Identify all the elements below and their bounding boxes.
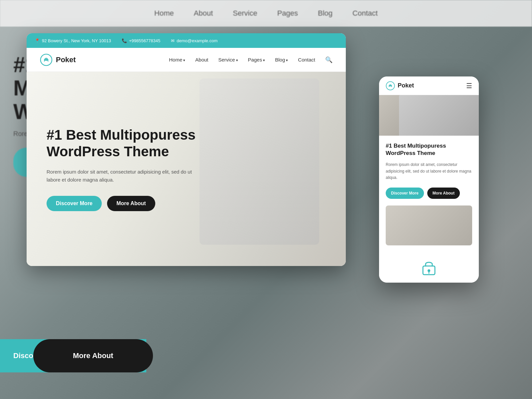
topbar-phone: 📞 +998556778345 bbox=[122, 38, 160, 43]
desktop-header: Poket Home About Service Pages Blog Cont… bbox=[27, 48, 346, 72]
desktop-hero-subtitle: Rorem ipsum dolor sit amet, consectetur … bbox=[47, 168, 200, 184]
mobile-footer bbox=[379, 252, 479, 283]
mobile-mockup: Poket ☰ #1 Best Multipopuress WordPress … bbox=[379, 76, 479, 283]
background-nav: Home About Service Pages Blog Contact bbox=[0, 0, 532, 27]
bg-nav-contact: Contact bbox=[352, 9, 378, 18]
bg-nav-blog: Blog bbox=[318, 9, 332, 18]
mobile-logo: Poket bbox=[386, 81, 414, 90]
nav-service[interactable]: Service bbox=[218, 57, 238, 63]
bg-nav-pages: Pages bbox=[277, 9, 298, 18]
mobile-logo-icon bbox=[386, 81, 395, 90]
desktop-hero-buttons: Discover More More About bbox=[47, 196, 326, 211]
phone-text: +998556778345 bbox=[129, 38, 160, 43]
mobile-plant-image bbox=[386, 205, 472, 245]
svg-point-1 bbox=[45, 59, 47, 61]
desktop-more-button[interactable]: More About bbox=[107, 196, 155, 211]
bg-nav-about: About bbox=[194, 9, 213, 18]
bg-nav-home: Home bbox=[154, 9, 174, 18]
nav-home[interactable]: Home bbox=[169, 57, 185, 63]
desktop-mockup: 📍 92 Bowery St., New York, NY 10013 📞 +9… bbox=[27, 33, 346, 266]
desktop-logo-text: Poket bbox=[56, 56, 76, 64]
location-icon: 📍 bbox=[35, 38, 40, 43]
phone-icon: 📞 bbox=[122, 38, 127, 43]
mobile-hero-title: #1 Best Multipopuress WordPress Theme bbox=[386, 142, 472, 157]
address-text: 92 Bowery St., New York, NY 10013 bbox=[42, 38, 111, 43]
mobile-content: #1 Best Multipopuress WordPress Theme Ro… bbox=[379, 136, 479, 252]
search-icon[interactable]: 🔍 bbox=[325, 56, 332, 64]
desktop-logo-icon bbox=[40, 54, 53, 66]
mobile-more-button[interactable]: More About bbox=[427, 188, 460, 199]
bg-dark-card: More About bbox=[33, 339, 153, 372]
mobile-hero-image bbox=[379, 95, 479, 136]
bg-dark-label: More About bbox=[73, 351, 113, 360]
nav-pages[interactable]: Pages bbox=[248, 57, 265, 63]
desktop-discover-button[interactable]: Discover More bbox=[47, 196, 102, 211]
topbar-email: ✉ demo@example.com bbox=[171, 38, 217, 43]
topbar-address: 📍 92 Bowery St., New York, NY 10013 bbox=[35, 38, 111, 43]
svg-point-3 bbox=[390, 85, 391, 86]
nav-contact[interactable]: Contact bbox=[298, 57, 315, 63]
desktop-hero-title: #1 Best Multipopuress WordPress Theme bbox=[47, 127, 219, 160]
hamburger-icon[interactable]: ☰ bbox=[466, 82, 472, 90]
mobile-hero-buttons: Discover More More About bbox=[386, 188, 472, 199]
nav-about[interactable]: About bbox=[195, 57, 208, 63]
hero-image-decoration bbox=[200, 78, 319, 245]
email-icon: ✉ bbox=[171, 38, 175, 43]
background-bottom-buttons: Discover More More About bbox=[0, 332, 532, 399]
desktop-topbar: 📍 92 Bowery St., New York, NY 10013 📞 +9… bbox=[27, 33, 346, 48]
mobile-hero-subtitle: Rorem ipsum dolor sit amet, consectetur … bbox=[386, 162, 472, 181]
nav-blog[interactable]: Blog bbox=[275, 57, 288, 63]
mobile-logo-text: Poket bbox=[398, 82, 414, 89]
desktop-hero: #1 Best Multipopuress WordPress Theme Ro… bbox=[27, 72, 346, 266]
desktop-nav: Home About Service Pages Blog Contact 🔍 bbox=[169, 56, 332, 64]
email-text: demo@example.com bbox=[177, 38, 217, 43]
lock-icon bbox=[421, 259, 437, 276]
bg-nav-service: Service bbox=[233, 9, 257, 18]
mobile-hero-image-overlay bbox=[399, 95, 479, 136]
mobile-discover-button[interactable]: Discover More bbox=[386, 188, 424, 199]
desktop-logo: Poket bbox=[40, 54, 76, 66]
mobile-header: Poket ☰ bbox=[379, 76, 479, 95]
